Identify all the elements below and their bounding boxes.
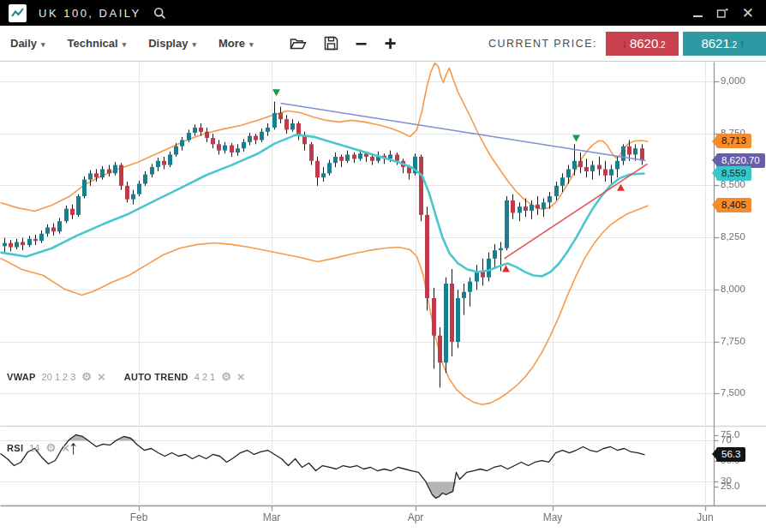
lower-band-price-tag: 8,405 — [716, 198, 751, 212]
title-bar: UK 100, DAILY ✕ — [0, 0, 766, 26]
popout-button[interactable] — [716, 7, 728, 19]
close-icon[interactable]: × — [98, 370, 105, 383]
x-axis-label: Apr — [408, 511, 424, 523]
chart-title: UK 100, DAILY — [39, 7, 141, 20]
rsi-indicator-params: 14 — [29, 443, 39, 453]
y-axis-label: 8,500 — [721, 179, 745, 189]
arrow-down-icon: ↓ — [621, 37, 627, 50]
y-axis-label: 8,000 — [721, 284, 745, 294]
chevron-down-icon: ▾ — [192, 40, 196, 49]
sell-price-value: 8620.2 — [630, 36, 666, 51]
chart-area: VWAP 20 1 2 3 ⚙ × AUTO TREND 4 2 1 ⚙ × R… — [0, 62, 766, 531]
rsi-value-tag: 56.3 — [716, 447, 745, 462]
auto-trend-indicator-params: 4 2 1 — [194, 372, 215, 382]
overlay-indicator-row: VWAP 20 1 2 3 ⚙ × AUTO TREND 4 2 1 ⚙ × — [7, 370, 245, 383]
buy-price-value: 8621.2 — [701, 36, 737, 51]
menu-display[interactable]: Display▾ — [148, 37, 196, 50]
buy-price-button[interactable]: 8621.2 ↑ — [683, 32, 766, 56]
save-icon[interactable] — [324, 36, 338, 51]
search-icon[interactable] — [153, 7, 166, 20]
chevron-down-icon: ▾ — [249, 40, 254, 49]
x-axis-label: Jun — [697, 511, 713, 523]
rsi-indicator-label: RSI — [7, 443, 23, 453]
toolbar: Daily▾ Technical▾ Display▾ More▾ − + CUR… — [0, 26, 766, 62]
upper-band-price-tag: 8,713 — [716, 134, 751, 148]
rsi-up-arrow-annotation: ↑ — [69, 436, 79, 459]
gear-icon[interactable]: ⚙ — [46, 442, 57, 453]
gear-icon[interactable]: ⚙ — [221, 371, 231, 382]
y-axis-label: 8,250 — [721, 231, 745, 242]
y-axis-label: 7,500 — [721, 387, 745, 398]
arrow-up-icon: ↑ — [739, 37, 745, 50]
x-axis-label: Mar — [263, 511, 281, 523]
rsi-axis-label: 70 — [721, 434, 732, 445]
app-logo-icon — [9, 4, 27, 22]
auto-trend-indicator-label: AUTO TREND — [124, 372, 189, 382]
rsi-indicator-row: RSI 14 ⚙ × — [7, 441, 69, 454]
vwap-price-tag: 8,559 — [716, 166, 751, 181]
zoom-out-button[interactable]: − — [356, 33, 368, 54]
chevron-down-icon: ▾ — [123, 40, 127, 49]
close-button[interactable]: ✕ — [742, 6, 754, 21]
x-axis-label: Feb — [130, 511, 148, 523]
minimize-button[interactable] — [693, 15, 703, 17]
vwap-indicator-label: VWAP — [7, 372, 36, 382]
menu-timeframe[interactable]: Daily▾ — [10, 37, 45, 50]
zoom-in-button[interactable]: + — [385, 33, 397, 54]
y-axis-label: 9,000 — [721, 75, 745, 86]
rsi-axis-label: 25.0 — [721, 481, 739, 491]
close-icon[interactable]: × — [237, 370, 245, 383]
x-axis-label: May — [543, 511, 563, 523]
gear-icon[interactable]: ⚙ — [81, 371, 92, 382]
menu-more[interactable]: More▾ — [218, 37, 254, 50]
sell-price-button[interactable]: ↓ 8620.2 — [606, 32, 679, 56]
y-axis-label: 7,750 — [721, 336, 745, 346]
menu-technical[interactable]: Technical▾ — [68, 37, 127, 50]
vwap-indicator-params: 20 1 2 3 — [42, 372, 76, 382]
open-folder-icon[interactable] — [290, 37, 307, 51]
chevron-down-icon: ▾ — [41, 40, 45, 49]
current-price-label: CURRENT PRICE: — [488, 38, 597, 50]
price-chart-canvas[interactable] — [0, 62, 766, 531]
